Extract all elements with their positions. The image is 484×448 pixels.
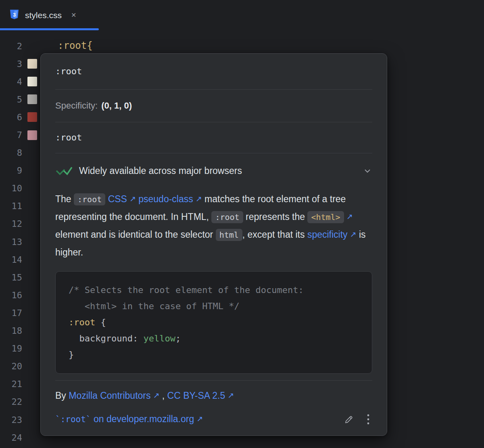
line-number: 9 xyxy=(0,165,22,176)
color-swatch[interactable] xyxy=(27,59,37,69)
code-comment: <html> in the case of HTML */ xyxy=(69,301,240,311)
line-number: 11 xyxy=(0,201,22,211)
line-number: 23 xyxy=(0,415,22,425)
source-code-part: `:root` xyxy=(55,415,91,424)
link-html-element[interactable]: <html>↗ xyxy=(307,211,353,222)
desc-text: The xyxy=(55,194,74,204)
color-swatch[interactable] xyxy=(27,94,37,104)
tab-styles-css[interactable]: 3 styles.css ✕ xyxy=(0,0,99,30)
example-code-block: /* Selects the root element of the docum… xyxy=(55,271,372,374)
attribution-row: By Mozilla Contributors↗ , CC BY-SA 2.5↗ xyxy=(41,389,387,402)
line-number: 8 xyxy=(0,148,22,158)
gutter-row: 3 xyxy=(0,55,44,73)
svg-text:3: 3 xyxy=(13,12,16,18)
line-number: 15 xyxy=(0,272,22,283)
link-license[interactable]: CC BY-SA 2.5↗ xyxy=(167,390,234,401)
link-pseudo-class[interactable]: pseudo-class↗ xyxy=(138,194,202,204)
example-code: /* Selects the root element of the docum… xyxy=(69,282,359,363)
code-value: yellow xyxy=(138,333,175,343)
external-link-icon: ↗ xyxy=(129,195,136,203)
gutter-row: 17 xyxy=(0,304,44,322)
line-number: 7 xyxy=(0,130,22,140)
code-property: background: xyxy=(69,333,138,343)
css-file-icon: 3 xyxy=(9,9,20,21)
line-number: 24 xyxy=(0,433,22,443)
line-number: 18 xyxy=(0,326,22,336)
gutter-row: 12 xyxy=(0,215,44,233)
line-number: 6 xyxy=(0,112,22,122)
gutter-row: 24 xyxy=(0,429,44,446)
link-css[interactable]: CSS↗ xyxy=(108,194,136,204)
baseline-widely-available-icon xyxy=(55,165,73,176)
specificity-row: Specificity:(0, 1, 0) xyxy=(41,90,387,122)
divider xyxy=(55,380,372,381)
line-number: 10 xyxy=(0,183,22,193)
gutter-row: 9 xyxy=(0,162,44,180)
code-selector: :root xyxy=(69,317,95,327)
gutter-row: 23 xyxy=(0,411,44,429)
link-mdn-source[interactable]: `:root` on developer.mozilla.org↗ xyxy=(55,413,203,426)
color-swatch[interactable] xyxy=(27,112,37,122)
inline-code-html-tag[interactable]: <html> xyxy=(307,211,344,223)
source-text-part: on developer.mozilla.org xyxy=(91,414,194,424)
gutter-row: 22 xyxy=(0,393,44,411)
selector-code: :root xyxy=(55,132,82,142)
specificity-label: Specificity: xyxy=(55,100,98,111)
code-brace: } xyxy=(69,350,74,360)
active-tab-indicator xyxy=(0,28,99,30)
baseline-status: Widely available across major browsers xyxy=(41,153,387,177)
gutter-row: 21 xyxy=(0,375,44,393)
code-brace: { xyxy=(95,317,106,327)
gutter-row: 5 xyxy=(0,90,44,108)
gutter-row: 13 xyxy=(0,233,44,251)
source-row: `:root` on developer.mozilla.org↗ xyxy=(41,413,387,426)
baseline-text: Widely available across major browsers xyxy=(79,165,242,176)
ide-window: 3 styles.css ✕ 2345678910111213141516171… xyxy=(0,0,484,448)
line-number: 20 xyxy=(0,361,22,371)
link-specificity[interactable]: specificity↗ xyxy=(307,229,357,240)
edit-icon[interactable] xyxy=(344,415,354,425)
code-comment: /* Selects the root element of the docum… xyxy=(69,285,304,295)
gutter-row: 16 xyxy=(0,286,44,304)
external-link-icon: ↗ xyxy=(153,391,159,400)
external-link-icon: ↗ xyxy=(196,415,203,423)
line-number: 19 xyxy=(0,343,22,354)
code-line[interactable]: :root{ xyxy=(58,39,93,52)
external-link-icon: ↗ xyxy=(350,230,357,239)
gutter-row: 10 xyxy=(0,180,44,197)
gutter-row: 6 xyxy=(0,108,44,126)
gutter-row: 4 xyxy=(0,73,44,90)
desc-text: represents the xyxy=(243,211,308,222)
popup-header: :root xyxy=(41,54,387,89)
line-number: 4 xyxy=(0,77,22,87)
chevron-down-icon[interactable] xyxy=(363,166,372,176)
line-number: 13 xyxy=(0,237,22,247)
description-paragraph: The :root CSS↗ pseudo-class↗ matches the… xyxy=(41,191,387,261)
color-swatch[interactable] xyxy=(27,130,37,140)
gutter-row: 11 xyxy=(0,197,44,215)
gutter-row: 8 xyxy=(0,144,44,162)
kebab-menu-icon[interactable] xyxy=(367,414,370,425)
attribution-separator: , xyxy=(159,390,167,401)
editor-gutter: 23456789101112131415161718192021222324 xyxy=(0,37,44,446)
link-label: Mozilla Contributors xyxy=(69,390,150,401)
selector-row: :root xyxy=(41,122,387,153)
desc-text: element and is identical to the selector xyxy=(55,229,216,240)
external-link-icon: ↗ xyxy=(196,195,202,203)
editor-tab-bar: 3 styles.css ✕ xyxy=(0,0,484,30)
line-number: 12 xyxy=(0,219,22,229)
line-number: 5 xyxy=(0,94,22,105)
code-semicolon: ; xyxy=(175,333,181,343)
close-tab-icon[interactable]: ✕ xyxy=(71,12,76,19)
line-number: 2 xyxy=(0,41,22,51)
gutter-row: 7 xyxy=(0,126,44,144)
by-label: By xyxy=(55,390,69,401)
documentation-popup: :root Specificity:(0, 1, 0) :root Widely… xyxy=(40,53,387,436)
line-number: 16 xyxy=(0,290,22,300)
color-swatch[interactable] xyxy=(27,77,37,86)
external-link-icon: ↗ xyxy=(346,212,353,221)
specificity-value: (0, 1, 0) xyxy=(101,100,132,111)
link-label: pseudo-class xyxy=(138,194,193,204)
inline-code-root: :root xyxy=(74,193,105,205)
link-mozilla-contributors[interactable]: Mozilla Contributors↗ xyxy=(69,390,159,401)
